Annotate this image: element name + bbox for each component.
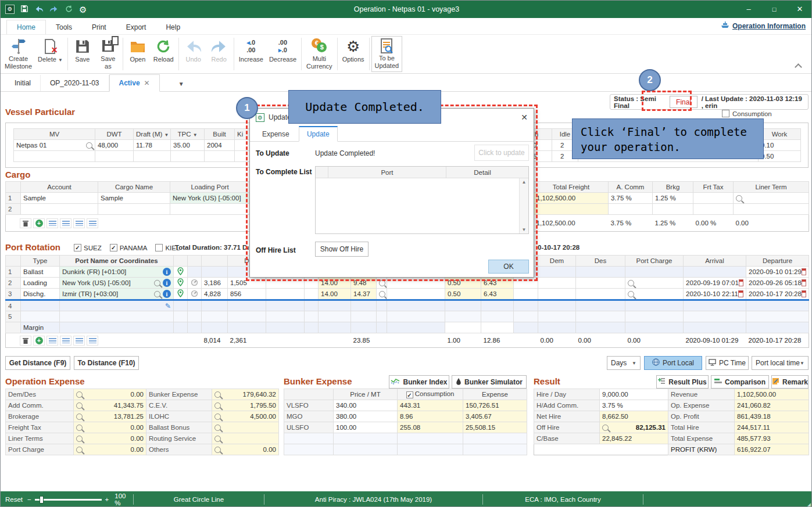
- zoom-slider[interactable]: [35, 499, 102, 501]
- calendar-icon[interactable]: [739, 279, 743, 286]
- port-days-cell[interactable]: 6.43: [481, 289, 514, 300]
- edit-pencil-icon[interactable]: ✎: [165, 302, 171, 310]
- split-row-icon[interactable]: [73, 336, 85, 346]
- menu-export[interactable]: Export: [116, 20, 156, 34]
- margin-idle-cell[interactable]: [445, 322, 481, 333]
- show-off-hire-button[interactable]: Show Off Hire: [315, 242, 369, 257]
- hire-day-cell[interactable]: 9,000.00: [600, 389, 668, 400]
- map-pin-icon[interactable]: [174, 267, 188, 278]
- sea-days-search-icon[interactable]: [377, 289, 387, 300]
- delete-row-icon[interactable]: [20, 218, 31, 228]
- quick-undo-icon[interactable]: [34, 5, 44, 14]
- bunker-index-button[interactable]: Bunker Index: [389, 375, 449, 389]
- port-charge-cell[interactable]: [625, 278, 684, 289]
- dem-cell[interactable]: [538, 289, 576, 300]
- calendar-icon[interactable]: [738, 290, 743, 297]
- type-cell[interactable]: Loading: [21, 278, 60, 289]
- get-distance-button[interactable]: Get Distance (F9): [5, 356, 70, 370]
- empty-cell[interactable]: [693, 204, 734, 215]
- tab-expense[interactable]: Expense: [255, 127, 297, 141]
- distance-cell[interactable]: 4,828: [202, 289, 228, 300]
- berth-gauge-icon[interactable]: [188, 278, 202, 289]
- idle-days-cell[interactable]: 0.50: [445, 289, 481, 300]
- minimize-button[interactable]: –: [736, 1, 761, 18]
- tab-list-caret-icon[interactable]: ▼: [173, 77, 190, 91]
- dwt-cell[interactable]: 48,000: [95, 140, 134, 151]
- cargo-name-cell[interactable]: Sample: [98, 193, 170, 204]
- empty-cell[interactable]: [534, 204, 609, 215]
- insert-row-above-icon[interactable]: [46, 336, 58, 346]
- port-name-cell[interactable]: ✎: [60, 300, 174, 311]
- tab-initial[interactable]: Initial: [5, 75, 41, 91]
- resize-grip[interactable]: ◢: [807, 502, 811, 507]
- sea-days-search-icon[interactable]: [377, 278, 387, 289]
- empty-cell[interactable]: [170, 204, 250, 215]
- speed-cell[interactable]: 14.00: [319, 289, 351, 300]
- menu-print[interactable]: Print: [82, 20, 116, 34]
- insert-row-below-icon[interactable]: [60, 218, 71, 228]
- reload-button[interactable]: Reload: [151, 36, 177, 72]
- empty-cell[interactable]: [609, 204, 653, 215]
- eca-status[interactable]: ECA : IMO, Each Country: [483, 496, 643, 503]
- empty-cell[interactable]: [21, 300, 60, 311]
- operation-information-link[interactable]: Operation Information: [721, 21, 806, 30]
- departure-cell[interactable]: 2020-10-17 20:28: [746, 289, 809, 300]
- quick-save-icon[interactable]: [20, 5, 28, 14]
- merge-row-icon[interactable]: [87, 218, 98, 228]
- menu-help[interactable]: Help: [156, 20, 190, 34]
- brkg-cell[interactable]: 1.25 %: [653, 193, 693, 204]
- distance-cell[interactable]: 3,186: [202, 278, 228, 289]
- vessel-name-cell[interactable]: Netpas 01: [14, 140, 95, 151]
- add-row-icon[interactable]: +: [33, 218, 45, 228]
- des-cell[interactable]: [576, 267, 625, 278]
- quick-refresh-icon[interactable]: [65, 5, 73, 15]
- expense-value[interactable]: 179,640.32: [212, 389, 279, 400]
- add-row-icon[interactable]: +: [33, 336, 45, 346]
- des-cell[interactable]: [576, 278, 625, 289]
- consumption-cell[interactable]: 443.31: [398, 400, 463, 411]
- multi-currency-button[interactable]: €$ MultiCurrency: [303, 36, 335, 72]
- scroll-down-icon[interactable]: ▼: [522, 227, 527, 232]
- empty-cell[interactable]: [734, 204, 809, 215]
- dem-cell[interactable]: [538, 267, 576, 278]
- arrival-cell[interactable]: 2020-10-10 22:11: [684, 289, 746, 300]
- tab-update[interactable]: Update: [299, 126, 338, 142]
- loading-port-cell[interactable]: New York (US) [-05:00]: [170, 193, 250, 204]
- eca-distance-cell[interactable]: 856: [228, 289, 266, 300]
- search-icon[interactable]: [154, 280, 160, 286]
- empty-cell[interactable]: [21, 311, 60, 322]
- menu-home[interactable]: Home: [6, 20, 46, 35]
- close-tab-icon[interactable]: ✕: [144, 79, 150, 87]
- empty-cell[interactable]: [98, 204, 170, 215]
- departure-cell[interactable]: 2020-09-26 05:18: [746, 278, 809, 289]
- open-button[interactable]: Open: [125, 36, 151, 72]
- margin-port-days-cell[interactable]: [481, 322, 514, 333]
- port-name-cell[interactable]: Dunkirk (FR) [+01:00]: [60, 267, 174, 278]
- off-hire-cell[interactable]: 82,125.31: [600, 422, 668, 433]
- final-button[interactable]: Final: [670, 96, 697, 108]
- port-name-cell[interactable]: New York (US) [-05:00]: [60, 278, 174, 289]
- merge-row-icon[interactable]: [87, 336, 98, 346]
- empty-cell[interactable]: [14, 151, 95, 162]
- result-plus-button[interactable]: Result Plus: [656, 375, 709, 389]
- scroll-up-icon[interactable]: ▲: [522, 179, 527, 185]
- insert-row-below-icon[interactable]: [60, 336, 71, 346]
- calendar-icon[interactable]: [802, 279, 806, 286]
- empty-cell[interactable]: [21, 204, 98, 215]
- tab-active[interactable]: Active✕: [109, 74, 160, 92]
- search-icon[interactable]: [214, 391, 221, 398]
- create-milestone-button[interactable]: CreateMilestone: [2, 36, 35, 72]
- col-draft[interactable]: Draft (M) ▼: [134, 129, 171, 140]
- days-select[interactable]: Days▼: [607, 356, 641, 370]
- zoom-slider-handle[interactable]: [40, 496, 44, 504]
- delete-row-icon[interactable]: [20, 336, 31, 346]
- anti-piracy-status[interactable]: Anti Piracy : JWLA024 (17th May 2019): [264, 496, 482, 503]
- account-cell[interactable]: Sample: [21, 193, 98, 204]
- frt-tax-cell[interactable]: [693, 193, 734, 204]
- pc-time-button[interactable]: PC Time: [706, 356, 749, 370]
- vessel-consumption-toggle[interactable]: Consumption: [722, 110, 772, 117]
- info-icon[interactable]: [163, 290, 171, 298]
- route-mode-status[interactable]: Great Circle Line: [134, 496, 264, 503]
- quick-settings-icon[interactable]: ⚙: [79, 5, 87, 14]
- menu-tools[interactable]: Tools: [46, 20, 82, 34]
